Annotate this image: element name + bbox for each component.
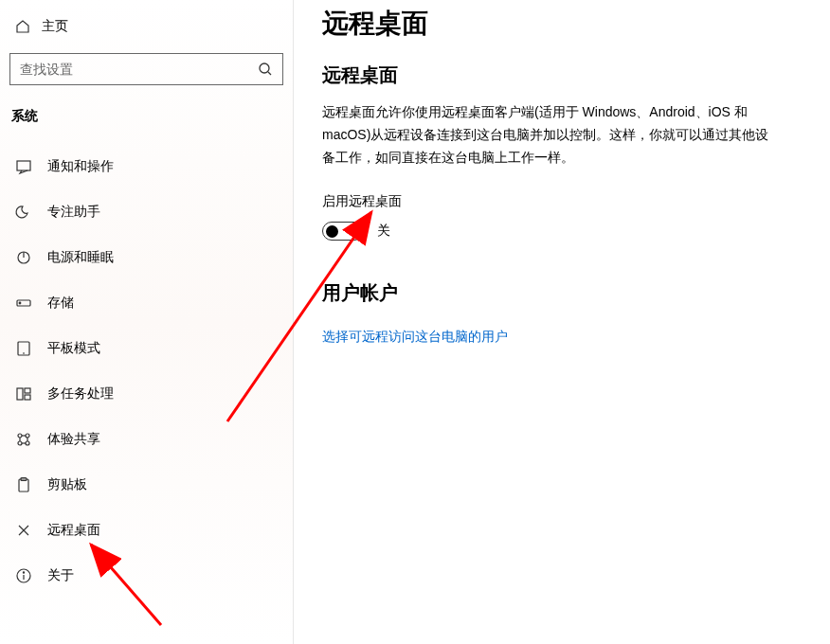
nav-label: 剪贴板	[47, 476, 87, 493]
sidebar-item-about[interactable]: 关于	[8, 553, 285, 599]
nav-label: 多任务处理	[47, 385, 114, 402]
multitask-icon	[15, 385, 32, 402]
sidebar-item-shared-experiences[interactable]: 体验共享	[8, 417, 285, 462]
svg-rect-11	[25, 395, 30, 400]
search-icon	[258, 62, 273, 77]
tablet-icon	[15, 340, 32, 357]
notification-icon	[15, 158, 32, 175]
search-box[interactable]	[9, 53, 283, 85]
sidebar-item-tablet-mode[interactable]: 平板模式	[8, 326, 285, 371]
select-users-link[interactable]: 选择可远程访问这台电脑的用户	[322, 329, 508, 344]
svg-point-12	[18, 434, 22, 438]
home-button[interactable]: 主页	[8, 9, 285, 44]
svg-point-15	[26, 441, 29, 445]
svg-rect-10	[25, 388, 30, 393]
svg-point-14	[18, 441, 22, 445]
sidebar-item-storage[interactable]: 存储	[8, 280, 285, 326]
toggle-knob	[326, 225, 338, 238]
main-content: 远程桌面 远程桌面 远程桌面允许你使用远程桌面客户端(适用于 Windows、A…	[294, 0, 830, 644]
home-label: 主页	[42, 18, 68, 35]
enable-remote-toggle[interactable]	[322, 222, 364, 241]
sidebar: 主页 系统 通知和操作 专注助手	[0, 0, 294, 644]
share-icon	[15, 431, 32, 448]
svg-point-0	[260, 63, 269, 73]
about-icon	[15, 567, 32, 584]
svg-point-6	[19, 302, 21, 304]
nav-label: 存储	[47, 295, 74, 312]
svg-rect-2	[17, 161, 30, 170]
sidebar-item-multitasking[interactable]: 多任务处理	[8, 371, 285, 417]
svg-rect-9	[17, 388, 23, 400]
nav-label: 关于	[47, 567, 74, 584]
svg-point-13	[26, 434, 29, 438]
section-title-user-accounts: 用户帐户	[322, 280, 802, 306]
toggle-label: 启用远程桌面	[322, 193, 802, 210]
svg-point-24	[23, 572, 24, 573]
nav-label: 远程桌面	[47, 522, 100, 539]
sidebar-item-focus-assist[interactable]: 专注助手	[8, 189, 285, 235]
nav-label: 平板模式	[47, 340, 100, 357]
search-input[interactable]	[20, 62, 258, 77]
category-label: 系统	[8, 102, 285, 144]
sidebar-item-remote-desktop[interactable]: 远程桌面	[8, 508, 285, 553]
nav-label: 体验共享	[47, 431, 100, 448]
nav-label: 电源和睡眠	[47, 249, 114, 266]
nav-list: 通知和操作 专注助手 电源和睡眠 存储	[8, 144, 285, 599]
section-title-remote: 远程桌面	[322, 63, 802, 88]
toggle-state-text: 关	[377, 223, 390, 240]
svg-line-1	[268, 72, 271, 75]
page-title: 远程桌面	[322, 6, 802, 42]
power-icon	[15, 249, 32, 266]
moon-icon	[15, 204, 32, 221]
description-text: 远程桌面允许你使用远程桌面客户端(适用于 Windows、Android、iOS…	[322, 101, 777, 169]
nav-label: 专注助手	[47, 204, 100, 221]
storage-icon	[15, 295, 32, 312]
sidebar-item-clipboard[interactable]: 剪贴板	[8, 462, 285, 508]
nav-label: 通知和操作	[47, 158, 114, 175]
home-icon	[15, 19, 30, 34]
clipboard-icon	[15, 476, 32, 493]
remote-icon	[15, 522, 32, 539]
sidebar-item-power-sleep[interactable]: 电源和睡眠	[8, 235, 285, 280]
sidebar-item-notifications[interactable]: 通知和操作	[8, 144, 285, 189]
